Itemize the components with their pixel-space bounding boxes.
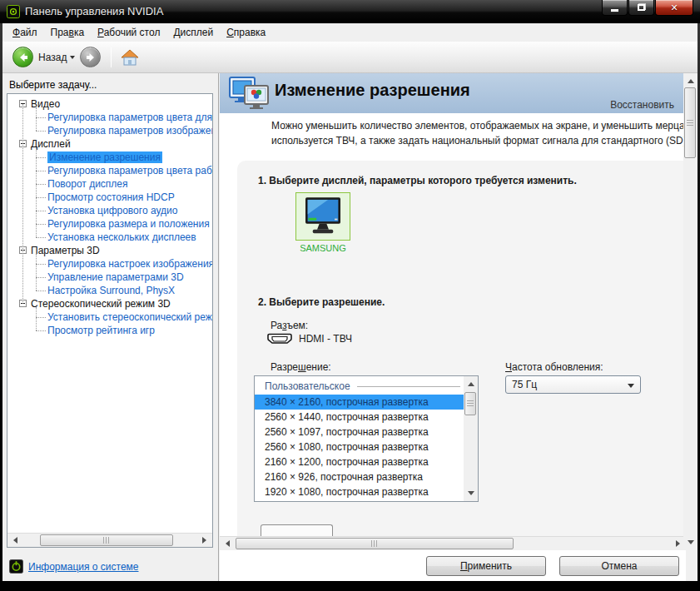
scrollbar-track[interactable] [234,537,672,550]
menu-item-2[interactable]: Рабочий стол [91,24,166,41]
apply-button[interactable]: Применить [426,556,546,576]
connector-value: HDMI - ТВЧ [299,333,352,345]
resolution-group-header: Пользовательское [255,376,464,395]
tree-label: Стереоскопический режим 3D [31,298,171,310]
content-pane: Изменение разрешения Восстановить Можно … [220,73,686,581]
tree-group[interactable]: Параметры 3D [7,244,212,257]
restore-button[interactable] [628,0,654,16]
group-rule [357,386,460,387]
customize-button-partial[interactable] [261,524,333,536]
page-header-banner: Изменение разрешения Восстановить [220,73,686,113]
resolution-option[interactable]: 2560 × 1097, построчная развертка [255,425,464,440]
resolution-group-label: Пользовательское [265,380,350,392]
restore-defaults-link[interactable]: Восстановить [610,99,674,111]
display-tile-samsung[interactable] [295,192,350,241]
menu-item-0[interactable]: Файл [6,24,44,41]
tree-group[interactable]: Стереоскопический режим 3D [7,297,212,310]
close-button[interactable]: ✕ [655,0,693,16]
refresh-rate-dropdown[interactable]: 75 Гц [505,375,641,394]
menu-item-4[interactable]: Справка [220,24,272,41]
resolution-option[interactable]: 2160 × 926, построчная развертка [255,469,464,484]
forward-button[interactable] [80,47,101,67]
tree-item[interactable]: Установка цифрового аудио [7,204,212,217]
tree-label: Установка цифрового аудио [47,205,177,216]
tree-label: Установить стереоскопический режим 3 [47,311,212,323]
task-tree: ВидеоРегулировка параметров цвета для ви… [7,94,212,529]
resolution-option[interactable]: 2560 × 1080, построчная развертка [255,440,464,454]
tree-label: Просмотр состояния HDCP [47,191,175,203]
tree-item[interactable]: Установка нескольких дисплеев [7,231,212,244]
content-vertical-scrollbar[interactable] [683,73,698,550]
tree-item[interactable]: Регулировка параметров цвета рабочег [7,164,212,177]
tree-guide-line [36,254,37,291]
tree-label: Регулировка размера и положения рабоч [47,218,212,230]
scrollbar-track[interactable] [22,534,198,547]
scrollbar-track[interactable] [464,390,478,487]
tree-item[interactable]: Регулировка параметров цвета для вид [7,111,212,124]
tree-group[interactable]: Видео [7,97,212,111]
tree-item[interactable]: Просмотр состояния HDCP [7,191,212,204]
tree-item[interactable]: Настройка Surround, PhysX [7,284,212,297]
connector-label: Разъем: [271,320,308,331]
resolution-option[interactable]: 2560 × 1440, построчная развертка [255,410,464,425]
resolution-option[interactable]: 3840 × 2160, построчная развертка [255,395,464,410]
window-title: Панель управления NVIDIA [25,5,163,17]
window-body: ФайлПравкаРабочий столДисплейСправка Наз… [2,23,698,581]
tree-label: Просмотр рейтинга игр [47,325,155,336]
toolbar: Назад [2,42,698,73]
refresh-rate-value: 75 Гц [512,379,537,390]
tree-guide-line [36,307,37,330]
toolbar-separator [111,47,112,67]
tree-label: Регулировка параметров изображения д [47,125,212,137]
scroll-left-button[interactable] [220,537,234,551]
description-line: Можно уменьшить количество элементов, от… [271,118,686,133]
connector-row: HDMI - ТВЧ [267,333,352,345]
scrollbar-thumb[interactable] [684,87,696,158]
title-bar[interactable]: Панель управления NVIDIA ✕ [0,0,700,23]
tree-label: Регулировка настроек изображения с пр [47,258,212,270]
resolution-list: Пользовательское 3840 × 2160, построчная… [255,376,464,501]
scroll-up-button[interactable] [464,376,478,390]
back-button[interactable] [12,47,33,67]
tree-item[interactable]: Установить стереоскопический режим 3 [7,310,212,324]
sidebar-horizontal-scrollbar[interactable] [7,533,212,547]
tree-item[interactable]: Управление параметрами 3D [7,271,212,284]
restore-icon [638,4,645,11]
menu-item-3[interactable]: Дисплей [166,24,220,41]
scrollbar-thumb[interactable] [236,538,514,549]
back-history-dropdown-icon[interactable] [70,56,75,62]
minimize-icon [611,9,618,12]
home-button[interactable] [120,47,140,67]
change-resolution-icon [228,76,271,111]
content-horizontal-scrollbar[interactable] [220,536,686,550]
tree-group[interactable]: Дисплей [7,137,212,151]
system-info-link[interactable]: Информация о системе [28,561,138,573]
tree-item[interactable]: Поворот дисплея [7,177,212,191]
resolution-option[interactable]: 1920 × 1080, построчная развертка [255,484,464,499]
scroll-right-button[interactable] [198,534,212,548]
tree-item[interactable]: Регулировка настроек изображения с пр [7,257,212,271]
scrollbar-thumb[interactable] [40,534,173,546]
tree-item[interactable]: Регулировка параметров изображения д [7,124,212,137]
tree-item[interactable]: Изменение разрешения [7,151,212,164]
list-vertical-scrollbar[interactable] [464,376,478,501]
cancel-button[interactable]: Отмена [559,556,679,576]
menu-item-1[interactable]: Правка [44,24,92,41]
resolution-option[interactable]: 2160 × 1200, построчная развертка [255,454,464,469]
scroll-down-button[interactable] [464,487,478,501]
page-title: Изменение разрешения [275,81,470,100]
scrollbar-thumb[interactable] [464,392,476,415]
tree-label: Изменение разрешения [47,151,162,163]
tree-item[interactable]: Регулировка размера и положения рабоч [7,217,212,231]
tree-guide-line [36,107,37,131]
tree-item[interactable]: Просмотр рейтинга игр [7,324,212,337]
sidebar-footer: Информация о системе [9,559,138,574]
scrollbar-track[interactable] [683,87,698,536]
forward-arrow-icon [85,52,97,63]
scroll-up-button[interactable] [683,73,698,87]
minimize-button[interactable] [602,0,628,16]
description-line: используется ТВЧ, а также задать национа… [271,133,686,148]
scroll-left-button[interactable] [7,534,22,548]
tree-label: Параметры 3D [31,245,100,256]
scroll-down-button[interactable] [683,536,698,550]
